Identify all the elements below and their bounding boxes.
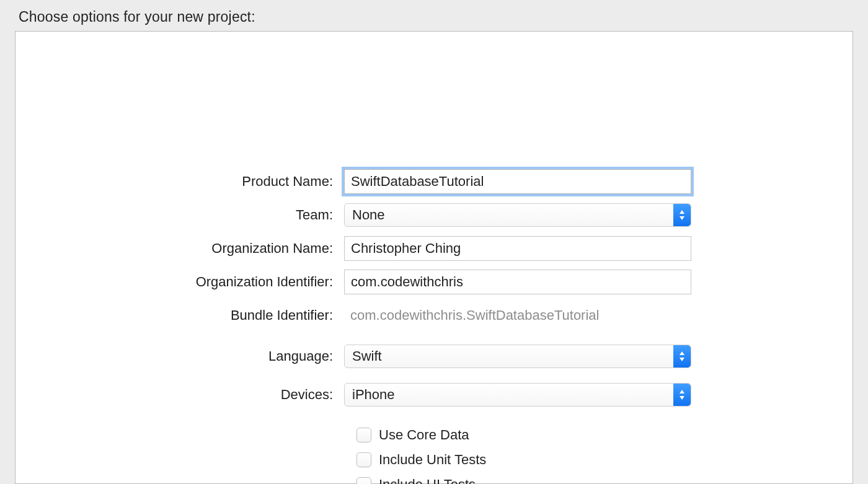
include-unit-tests-checkbox[interactable] <box>356 452 371 467</box>
row-include-unit-tests: Include Unit Tests <box>16 447 852 472</box>
organization-name-field[interactable] <box>344 236 691 261</box>
label-devices: Devices: <box>16 387 344 403</box>
label-team: Team: <box>16 207 344 223</box>
updown-icon <box>673 384 691 406</box>
options-panel: Product Name: Team: None Organization Na… <box>15 31 853 484</box>
updown-icon <box>673 204 691 226</box>
language-select-value: Swift <box>352 348 382 364</box>
bundle-identifier-value: com.codewithchris.SwiftDatabaseTutorial <box>344 307 691 323</box>
language-select[interactable]: Swift <box>344 345 691 368</box>
label-bundle-id: Bundle Identifier: <box>16 307 344 323</box>
updown-icon <box>673 345 691 367</box>
row-team: Team: None <box>16 198 852 232</box>
row-language: Language: Swift <box>16 343 852 369</box>
include-ui-tests-checkbox[interactable] <box>356 477 371 484</box>
include-ui-tests-label: Include UI Tests <box>379 477 476 484</box>
row-use-core-data: Use Core Data <box>16 423 852 447</box>
row-devices: Devices: iPhone <box>16 378 852 411</box>
label-org-name: Organization Name: <box>16 240 344 257</box>
team-select[interactable]: None <box>344 203 691 227</box>
devices-select[interactable]: iPhone <box>344 383 691 407</box>
include-unit-tests-label: Include Unit Tests <box>379 452 486 468</box>
label-language: Language: <box>16 348 344 364</box>
use-core-data-label: Use Core Data <box>379 427 469 443</box>
organization-identifier-field[interactable] <box>344 270 691 294</box>
row-bundle-id: Bundle Identifier: com.codewithchris.Swi… <box>16 299 852 332</box>
devices-select-value: iPhone <box>352 387 395 403</box>
row-include-ui-tests: Include UI Tests <box>16 472 852 484</box>
team-select-value: None <box>352 207 385 223</box>
product-name-field[interactable] <box>344 169 691 194</box>
page-title: Choose options for your new project: <box>0 0 868 30</box>
row-product-name: Product Name: <box>16 165 852 198</box>
project-options-form: Product Name: Team: None Organization Na… <box>16 165 852 484</box>
row-org-id: Organization Identifier: <box>16 265 852 299</box>
label-product-name: Product Name: <box>16 174 344 190</box>
row-org-name: Organization Name: <box>16 232 852 265</box>
use-core-data-checkbox[interactable] <box>356 428 371 442</box>
label-org-id: Organization Identifier: <box>16 274 344 290</box>
